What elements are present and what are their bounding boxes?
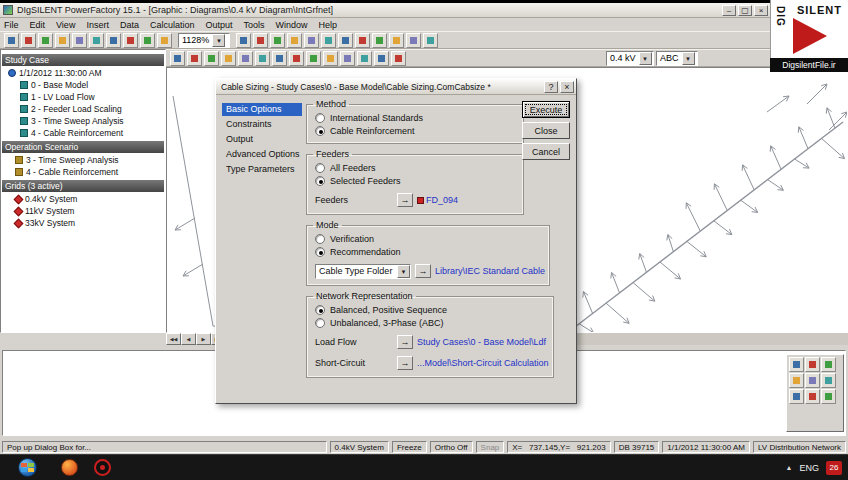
freeze-mode-icon[interactable] <box>255 51 270 66</box>
radio-icon[interactable] <box>315 113 325 123</box>
menu-edit[interactable]: Edit <box>30 20 46 30</box>
script-icon[interactable] <box>389 33 404 48</box>
rotate-icon[interactable] <box>204 51 219 66</box>
start-button[interactable] <box>18 458 37 477</box>
chevron-down-icon[interactable]: ▼ <box>682 52 695 65</box>
output-window-icon[interactable] <box>372 33 387 48</box>
chevron-down-icon[interactable]: ▼ <box>397 265 410 278</box>
select-icon[interactable] <box>304 33 319 48</box>
short-circuit-link[interactable]: ...Model\Short-Circuit Calculation <box>417 358 549 368</box>
menu-insert[interactable]: Insert <box>86 20 109 30</box>
scroll-left-icon[interactable]: ◀ <box>181 333 196 345</box>
screen-recorder-taskbar-icon[interactable] <box>94 459 111 476</box>
paste-icon[interactable] <box>123 33 138 48</box>
zoom-window-icon[interactable] <box>789 389 804 404</box>
data-manager-icon[interactable] <box>406 33 421 48</box>
cut-icon[interactable] <box>89 33 104 48</box>
tree-item-lv-load-flow[interactable]: 1 - LV Load Flow <box>1 91 165 103</box>
help-icon[interactable] <box>423 33 438 48</box>
tree-item-cable-reinforcement[interactable]: 4 - Cable Reinforcement <box>1 127 165 139</box>
cancel-button[interactable]: Cancel <box>522 143 570 160</box>
nav-basic-options[interactable]: Basic Options <box>222 103 302 116</box>
open-icon[interactable] <box>21 33 36 48</box>
menu-data[interactable]: Data <box>120 20 139 30</box>
tree-item-grid-33kv[interactable]: 33kV System <box>1 217 165 229</box>
tree-item-scenario-time-sweep[interactable]: 3 - Time Sweep Analysis <box>1 154 165 166</box>
load-element-icon[interactable] <box>340 51 355 66</box>
menu-output[interactable]: Output <box>205 20 232 30</box>
menu-tools[interactable]: Tools <box>243 20 264 30</box>
zoom-in-icon[interactable] <box>236 33 251 48</box>
switch-element-icon[interactable] <box>374 51 389 66</box>
execute-button[interactable]: Execute <box>522 101 570 118</box>
nav-advanced-options[interactable]: Advanced Options <box>222 148 302 161</box>
nav-output[interactable]: Output <box>222 133 302 146</box>
dialog-titlebar[interactable]: Cable Sizing - Study Cases\0 - Base Mode… <box>216 79 576 95</box>
refresh-icon[interactable] <box>821 389 836 404</box>
menu-calculation[interactable]: Calculation <box>150 20 195 30</box>
zoom-out-icon[interactable] <box>253 33 268 48</box>
snap-grid-icon[interactable] <box>221 51 236 66</box>
cable-type-folder-link[interactable]: Library\IEC Standard Cable <box>435 266 545 276</box>
ortho-toggle[interactable]: Ortho Off <box>430 441 473 453</box>
select-short-circuit-button[interactable]: → <box>397 356 413 370</box>
radio-unbalanced-3-phase[interactable]: Unbalanced, 3-Phase (ABC) <box>315 317 549 329</box>
radio-icon[interactable] <box>315 126 325 136</box>
tree-item-base-model[interactable]: 0 - Base Model <box>1 79 165 91</box>
nav-type-parameters[interactable]: Type Parameters <box>222 163 302 176</box>
close-icon[interactable]: × <box>560 81 574 93</box>
scroll-right-icon[interactable]: ▶ <box>196 333 211 345</box>
cursor-icon[interactable] <box>170 51 185 66</box>
minimize-icon[interactable]: – <box>722 5 736 16</box>
cable-type-folder-combobox[interactable]: Cable Type Folder ▼ <box>315 264 411 279</box>
save-view-icon[interactable] <box>789 373 804 388</box>
transformer-element-icon[interactable] <box>357 51 372 66</box>
save-icon[interactable] <box>38 33 53 48</box>
menu-window[interactable]: Window <box>276 20 308 30</box>
print-icon[interactable] <box>55 33 70 48</box>
radio-verification[interactable]: Verification <box>315 233 545 245</box>
chevron-down-icon[interactable]: ▼ <box>212 34 225 47</box>
load-flow-link[interactable]: Study Cases\0 - Base Model\Ldf <box>417 337 546 347</box>
chevron-down-icon[interactable]: ▼ <box>639 52 652 65</box>
branch-element-icon[interactable] <box>323 51 338 66</box>
tree-header-operation-scenario[interactable]: Operation Scenario <box>2 141 164 153</box>
close-icon[interactable]: × <box>754 5 768 16</box>
radio-icon[interactable] <box>315 234 325 244</box>
annotation-icon[interactable] <box>821 357 836 372</box>
radio-icon[interactable] <box>315 247 325 257</box>
calendar-icon[interactable] <box>157 33 172 48</box>
help-icon[interactable]: ? <box>544 81 558 93</box>
layers-icon[interactable] <box>238 51 253 66</box>
radio-recommendation[interactable]: Recommendation <box>315 246 545 258</box>
select-cable-type-folder-button[interactable]: → <box>415 264 431 278</box>
radio-all-feeders[interactable]: All Feeders <box>315 162 519 174</box>
short-circuit-calculation-icon[interactable] <box>338 33 353 48</box>
voltage-level-combobox[interactable]: 0.4 kV ▼ <box>606 51 654 66</box>
tree-item-feeder-load-scaling[interactable]: 2 - Feeder Load Scaling <box>1 103 165 115</box>
menu-view[interactable]: View <box>56 20 75 30</box>
tray-expand-icon[interactable]: ▲ <box>786 464 793 471</box>
export-icon[interactable] <box>72 33 87 48</box>
tree-item-grid-04kv[interactable]: 0.4kV System <box>1 193 165 205</box>
select-load-flow-button[interactable]: → <box>397 335 413 349</box>
freeze-toggle[interactable]: Freeze <box>392 441 427 453</box>
radio-icon[interactable] <box>315 176 325 186</box>
tree-item-grid-11kv[interactable]: 11kV System <box>1 205 165 217</box>
radio-balanced-positive-sequence[interactable]: Balanced, Positive Sequence <box>315 304 549 316</box>
tree-header-grids[interactable]: Grids (3 active) <box>2 180 164 192</box>
recorder-badge[interactable]: 26 <box>826 461 842 475</box>
tree-item-time-sweep[interactable]: 3 - Time Sweep Analysis <box>1 115 165 127</box>
annotation-icon[interactable] <box>289 51 304 66</box>
pan-icon[interactable] <box>287 33 302 48</box>
new-icon[interactable] <box>4 33 19 48</box>
tree-header-study-case[interactable]: Study Case <box>2 54 164 66</box>
maximize-icon[interactable]: ▢ <box>738 5 752 16</box>
color-representation-icon[interactable] <box>272 51 287 66</box>
browser-taskbar-icon[interactable] <box>61 459 78 476</box>
radio-selected-feeders[interactable]: Selected Feeders <box>315 175 519 187</box>
language-indicator[interactable]: ENG <box>799 463 819 473</box>
text-label-icon[interactable] <box>391 51 406 66</box>
load-flow-calculation-icon[interactable] <box>321 33 336 48</box>
radio-icon[interactable] <box>315 163 325 173</box>
